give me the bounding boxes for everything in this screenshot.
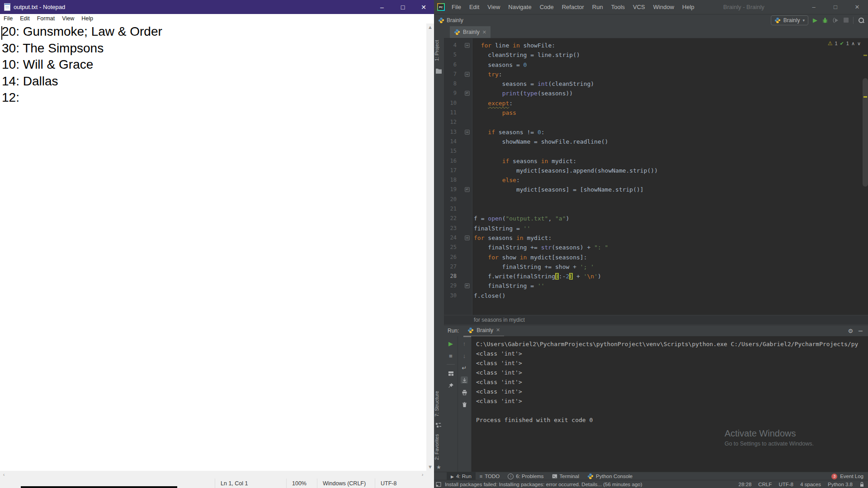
- pycharm-menu-file[interactable]: File: [448, 4, 465, 10]
- rerun-icon[interactable]: ▶: [447, 340, 454, 347]
- event-log-button[interactable]: Event Log: [840, 474, 863, 479]
- code-line-9[interactable]: 9⌐ print(type(seasons)): [444, 89, 868, 98]
- scroll-up-icon[interactable]: ▲: [426, 23, 434, 31]
- code-line-25[interactable]: 25 finalString += str(seasons) + ": ": [444, 243, 868, 252]
- notepad-menu-help[interactable]: Help: [78, 15, 97, 22]
- clear-console-icon[interactable]: [461, 401, 468, 408]
- tool-window-button-6-problems[interactable]: !6: Problems: [504, 472, 547, 480]
- print-icon[interactable]: [461, 389, 468, 396]
- code-line-20[interactable]: 20: [444, 195, 868, 204]
- code-line-24[interactable]: 24−for seasons in mydict:: [444, 233, 868, 243]
- hide-panel-icon[interactable]: –: [859, 327, 863, 335]
- fold-marker-icon[interactable]: −: [465, 130, 470, 135]
- run-configuration-select[interactable]: Brainly ▾: [771, 15, 808, 25]
- notepad-titlebar[interactable]: output.txt - Notepad – □ ✕: [0, 0, 434, 14]
- code-line-29[interactable]: 29⌐ finalString = '': [444, 281, 868, 291]
- code-line-28[interactable]: 28 f.write(finalString[:-2] + '\n'): [444, 272, 868, 281]
- code-line-7[interactable]: 7− try:: [444, 70, 868, 79]
- notepad-close-icon[interactable]: ✕: [413, 0, 434, 14]
- soft-wrap-icon[interactable]: ↵: [461, 364, 468, 371]
- pycharm-menu-edit[interactable]: Edit: [465, 4, 483, 10]
- pycharm-minimize-icon[interactable]: –: [803, 0, 825, 14]
- lock-icon[interactable]: [859, 482, 864, 487]
- code-line-11[interactable]: 11 pass: [444, 108, 868, 117]
- editor-scrollbar[interactable]: [863, 78, 868, 187]
- scroll-to-end-icon[interactable]: [461, 376, 468, 384]
- pycharm-close-icon[interactable]: ✕: [846, 0, 868, 14]
- notepad-vertical-scrollbar[interactable]: ▲ ▼: [426, 23, 434, 471]
- run-button[interactable]: ▶: [813, 17, 817, 23]
- debug-button[interactable]: [822, 17, 828, 23]
- code-line-5[interactable]: 5 cleanString = line.strip(): [444, 50, 868, 60]
- status-item[interactable]: CRLF: [758, 482, 772, 487]
- tool-button-structure[interactable]: 7: Structure: [434, 388, 444, 420]
- status-item[interactable]: 28:28: [739, 482, 752, 487]
- fold-marker-icon[interactable]: ⌐: [465, 283, 470, 288]
- fold-marker-icon[interactable]: ⌐: [465, 91, 470, 96]
- code-line-23[interactable]: 23finalString = '': [444, 224, 868, 233]
- warning-stripe-mark[interactable]: [863, 96, 867, 98]
- scroll-left-icon[interactable]: ‹: [0, 471, 8, 479]
- pycharm-maximize-icon[interactable]: □: [825, 0, 846, 14]
- tool-window-button-python-console[interactable]: Python Console: [583, 472, 637, 480]
- code-line-14[interactable]: 14 showName = showFile.readline(): [444, 137, 868, 146]
- notepad-menu-format[interactable]: Format: [33, 15, 59, 22]
- pycharm-menu-window[interactable]: Window: [649, 4, 678, 10]
- code-line-21[interactable]: 21: [444, 204, 868, 214]
- tool-button-favorites[interactable]: 2: Favorites: [434, 432, 444, 462]
- code-line-15[interactable]: 15: [444, 146, 868, 156]
- code-line-12[interactable]: 12: [444, 117, 868, 127]
- tool-window-toggle-icon[interactable]: [435, 481, 442, 488]
- tool-window-button-terminal[interactable]: Terminal: [548, 472, 583, 480]
- pycharm-menu-tools[interactable]: Tools: [607, 4, 629, 10]
- notepad-horizontal-scrollbar[interactable]: ‹ ›: [0, 471, 426, 479]
- code-editor[interactable]: 4− for line in showFile:5 cleanString = …: [444, 38, 868, 315]
- status-item[interactable]: 4 spaces: [800, 482, 821, 487]
- pycharm-menu-vcs[interactable]: VCS: [629, 4, 649, 10]
- notepad-menu-edit[interactable]: Edit: [16, 15, 33, 22]
- close-run-tab-icon[interactable]: ✕: [496, 327, 500, 333]
- close-tab-icon[interactable]: ✕: [482, 29, 486, 35]
- run-console-output[interactable]: C:\Users\Gabriel2\PycharmProjects\python…: [472, 336, 868, 472]
- run-tab-brainly[interactable]: Brainly ✕: [463, 325, 504, 337]
- fold-marker-icon[interactable]: −: [465, 72, 470, 77]
- code-line-19[interactable]: 19⌐ mydict[seasons] = [showName.strip()]: [444, 185, 868, 194]
- notepad-maximize-icon[interactable]: □: [392, 0, 413, 14]
- code-line-27[interactable]: 27 finalString += show + '; ': [444, 262, 868, 272]
- pycharm-menu-refactor[interactable]: Refactor: [558, 4, 588, 10]
- pycharm-menu-navigate[interactable]: Navigate: [504, 4, 535, 10]
- pycharm-menu-help[interactable]: Help: [678, 4, 698, 10]
- next-problem-icon[interactable]: ∨: [857, 41, 861, 47]
- scroll-right-icon[interactable]: ›: [419, 471, 426, 479]
- code-line-8[interactable]: 8 seasons = int(cleanString): [444, 79, 868, 89]
- tool-window-button-todo[interactable]: ≡TODO: [476, 472, 504, 480]
- pycharm-menu-code[interactable]: Code: [536, 4, 558, 10]
- status-item[interactable]: UTF-8: [778, 482, 793, 487]
- pin-icon[interactable]: [447, 382, 454, 389]
- code-line-16[interactable]: 16 if seasons in mydict:: [444, 156, 868, 166]
- code-line-4[interactable]: 4− for line in showFile:: [444, 41, 868, 50]
- code-line-26[interactable]: 26 for show in mydict[seasons]:: [444, 253, 868, 262]
- code-line-22[interactable]: 22f = open("output.txt", "a"): [444, 214, 868, 223]
- code-line-6[interactable]: 6 seasons = 0: [444, 60, 868, 70]
- notepad-menu-file[interactable]: File: [0, 15, 16, 22]
- fold-marker-icon[interactable]: −: [465, 43, 470, 48]
- tool-button-project[interactable]: 1: Project: [434, 36, 444, 65]
- pycharm-menu-run[interactable]: Run: [588, 4, 607, 10]
- settings-gear-icon[interactable]: ⚙: [848, 328, 853, 334]
- run-with-coverage-icon[interactable]: [833, 17, 839, 23]
- scroll-down-icon[interactable]: ▼: [426, 463, 434, 471]
- tool-window-button-4-run[interactable]: ▶4: Run: [447, 472, 476, 480]
- code-line-30[interactable]: 30f.close(): [444, 291, 868, 300]
- warning-stripe-mark[interactable]: [863, 55, 867, 56]
- code-line-10[interactable]: 10 except:: [444, 99, 868, 108]
- prev-problem-icon[interactable]: ∧: [851, 41, 855, 47]
- pycharm-menu-view[interactable]: View: [483, 4, 504, 10]
- status-message[interactable]: Install packages failed: Installing pack…: [445, 482, 642, 487]
- fold-marker-icon[interactable]: ⌐: [465, 187, 470, 192]
- fold-marker-icon[interactable]: −: [465, 235, 470, 240]
- notepad-minimize-icon[interactable]: –: [372, 0, 392, 14]
- restore-layout-icon[interactable]: [447, 370, 454, 377]
- inspections-widget[interactable]: ⚠ 1 ✔ 1 ∧ ∨: [828, 40, 861, 47]
- notepad-text-area[interactable]: 20: Gunsmoke; Law & Order30: The Simpson…: [0, 23, 426, 471]
